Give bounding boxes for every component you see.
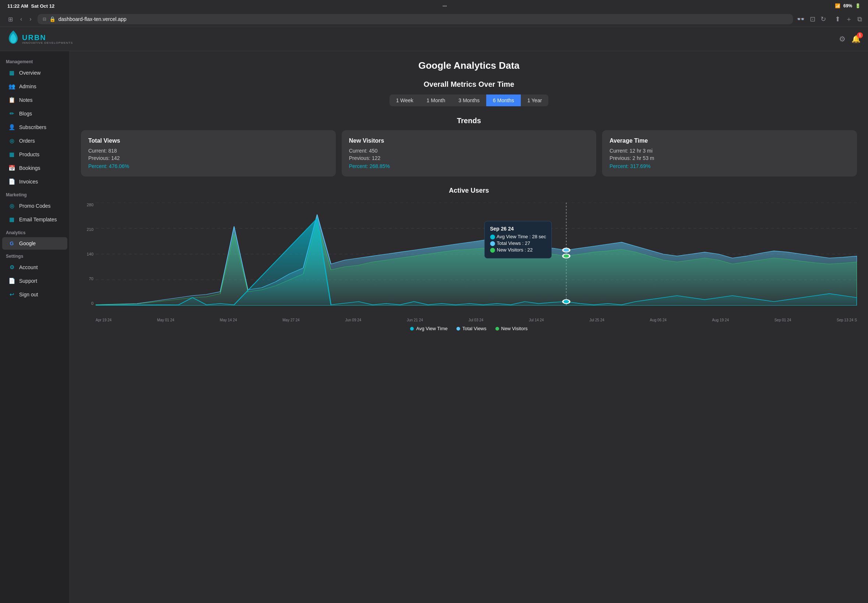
x-label: Aug 19 24 [712, 318, 729, 322]
previous-label: Previous: 142 [88, 155, 328, 161]
sidebar-item-sign-out[interactable]: ↩ Sign out [2, 288, 67, 301]
tooltip-total-views: ⬤ Total Views : 27 [490, 240, 546, 246]
bookings-icon: 📅 [8, 165, 15, 171]
products-icon: ▦ [8, 151, 15, 158]
url-bar[interactable]: ⊟ 🔒 dashboard-flax-ten.vercel.app [37, 14, 793, 24]
sidebar-item-products[interactable]: ▦ Products [2, 148, 67, 161]
chart-x-labels: Apr 19 24 May 01 24 May 14 24 May 27 24 … [81, 317, 857, 322]
logo-sub: INNOVATIVE DEVELOPMENTS [22, 41, 73, 45]
time-filters: 1 Week 1 Month 3 Months 6 Months 1 Year [81, 94, 857, 106]
notes-icon: 📋 [8, 97, 15, 103]
tabs-icon[interactable]: ⧉ [857, 15, 862, 23]
add-tab-icon[interactable]: ＋ [846, 15, 852, 23]
sidebar-item-bookings[interactable]: 📅 Bookings [2, 161, 67, 175]
sidebar-item-orders[interactable]: ◎ Orders [2, 134, 67, 147]
sidebar-item-admins[interactable]: 👥 Admins [2, 80, 67, 93]
trend-card-title: Total Views [88, 138, 328, 144]
trends-cards: Total Views Current: 818 Previous: 142 P… [81, 130, 857, 176]
percent-label: Percent: 268.85% [349, 163, 589, 169]
browser-nav: ⊞ ‹ › [6, 14, 34, 24]
sidebar-item-email-templates[interactable]: ▦ Email Templates [2, 213, 67, 226]
chart-area: 280 210 140 70 0 [81, 199, 857, 322]
svg-point-8 [563, 300, 570, 304]
previous-label: Previous: 122 [349, 155, 589, 161]
x-label: Sep 01 24 [774, 318, 791, 322]
chart-y-axis: 280 210 140 70 0 [81, 203, 96, 306]
sidebar-item-label: Sign out [19, 292, 38, 297]
y-label: 0 [91, 301, 93, 306]
current-label: Current: 12 hr 3 mi [610, 148, 849, 154]
legend-dot-teal [410, 327, 414, 331]
x-label: May 01 24 [157, 318, 174, 322]
sidebar-item-label: Invoices [19, 179, 38, 185]
filter-1year[interactable]: 1 Year [521, 94, 549, 106]
tooltip-avg-view-time: ⬤ Avg View Time : 28 sec [490, 234, 546, 240]
chart-container: 280 210 140 70 0 [81, 199, 857, 317]
main-layout: Management ▦ Overview 👥 Admins 📋 Notes ✏… [0, 51, 868, 603]
filter-3months[interactable]: 3 Months [452, 94, 486, 106]
sidebar-item-account[interactable]: ⚙ Account [2, 261, 67, 274]
y-label: 70 [89, 277, 93, 281]
legend-new-visitors: New Visitors [495, 326, 528, 331]
sidebar-item-support[interactable]: 📄 Support [2, 274, 67, 288]
forward-button[interactable]: › [27, 14, 34, 24]
glasses-icon[interactable]: 👓 [797, 15, 805, 23]
analytics-section-label: Analytics [0, 226, 70, 237]
filter-6months[interactable]: 6 Months [486, 94, 521, 106]
sidebar-item-blogs[interactable]: ✏ Blogs [2, 107, 67, 120]
refresh-icon[interactable]: ↻ [820, 15, 826, 23]
sidebar-toggle-button[interactable]: ⊞ [6, 14, 15, 24]
x-label: May 14 24 [220, 318, 237, 322]
blogs-icon: ✏ [8, 110, 15, 117]
tab-icon[interactable]: ⊡ [810, 15, 815, 23]
sidebar-item-subscribers[interactable]: 👤 Subscribers [2, 121, 67, 134]
legend-dot-green [495, 327, 499, 331]
browser-bar: ⊞ ‹ › ⊟ 🔒 dashboard-flax-ten.vercel.app … [0, 12, 868, 27]
sidebar-item-google[interactable]: G Google [2, 237, 67, 250]
active-users-title: Active Users [81, 187, 857, 195]
filter-1week[interactable]: 1 Week [390, 94, 420, 106]
percent-label: Percent: 476.06% [88, 163, 328, 169]
chart-tooltip: Sep 26 24 ⬤ Avg View Time : 28 sec ⬤ Tot… [484, 221, 552, 258]
sidebar-item-label: Support [19, 278, 37, 284]
logo-flame-icon [7, 31, 19, 47]
sidebar-item-label: Products [19, 152, 39, 158]
support-icon: 📄 [8, 278, 15, 284]
legend-dot-blue [456, 327, 460, 331]
main-content: Google Analytics Data Overall Metrics Ov… [70, 51, 868, 603]
trends-title: Trends [81, 116, 857, 125]
legend-avg-view-time: Avg View Time [410, 326, 448, 331]
legend-label: Avg View Time [416, 326, 448, 331]
notification-button[interactable]: 🔔 1 [851, 34, 861, 43]
subscribers-icon: 👤 [8, 124, 15, 130]
legend-label: Total Views [462, 326, 487, 331]
trend-card-title: New Visitors [349, 138, 589, 144]
google-icon: G [8, 240, 15, 246]
x-label: Jul 14 24 [529, 318, 544, 322]
sidebar-item-promo-codes[interactable]: ◎ Promo Codes [2, 199, 67, 212]
x-label: Aug 06 24 [650, 318, 667, 322]
sidebar-item-invoices[interactable]: 📄 Invoices [2, 175, 67, 188]
time: 11:22 AM [7, 3, 28, 9]
back-button[interactable]: ‹ [18, 14, 24, 24]
admins-icon: 👥 [8, 83, 15, 90]
sidebar-item-label: Google [19, 240, 36, 246]
x-label: Apr 19 24 [96, 318, 111, 322]
account-icon: ⚙ [8, 264, 15, 271]
current-label: Current: 818 [88, 148, 328, 154]
svg-point-6 [563, 248, 570, 252]
sidebar-item-notes[interactable]: 📋 Notes [2, 93, 67, 107]
sign-out-icon: ↩ [8, 291, 15, 298]
overview-icon: ▦ [8, 70, 15, 76]
management-section-label: Management [0, 56, 70, 66]
invoices-icon: 📄 [8, 178, 15, 185]
chart-svg [96, 203, 857, 306]
tooltip-new-visitors: ⬤ New Visitors : 22 [490, 247, 546, 253]
trend-card-average-time: Average Time Current: 12 hr 3 mi Previou… [602, 130, 857, 176]
settings-icon[interactable]: ⚙ [839, 34, 846, 43]
share-icon[interactable]: ⬆ [835, 15, 840, 23]
sidebar-item-overview[interactable]: ▦ Overview [2, 66, 67, 79]
filter-1month[interactable]: 1 Month [420, 94, 452, 106]
wifi-icon: 📶 [835, 3, 840, 8]
sidebar-item-label: Notes [19, 97, 33, 103]
